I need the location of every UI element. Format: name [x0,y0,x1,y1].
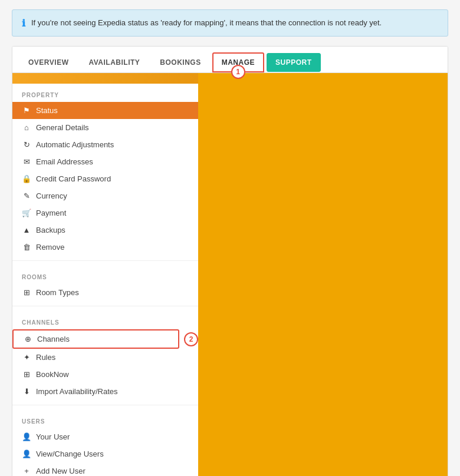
channels-item-wrapper: ⊕ Channels 2 [12,329,198,349]
sidebar-item-credit-card-password[interactable]: 🔒 Credit Card Password [12,170,198,187]
sidebar-item-currency[interactable]: ✎ Currency [12,187,198,204]
sidebar-item-payment[interactable]: 🛒 Payment [12,204,198,222]
rooms-section: ROOMS ⊞ Room Types [12,266,198,301]
sidebar-item-status[interactable]: ⚑ Status [12,102,198,119]
divider-channels [12,306,198,306]
property-section-title: PROPERTY [12,84,198,102]
main-card: OVERVIEW AVAILABILITY BOOKINGS MANAGE 1 … [12,46,448,476]
tab-overview[interactable]: OVERVIEW [19,53,77,72]
sidebar-item-add-new-user[interactable]: + Add New User [12,462,198,476]
trash-icon: 🗑 [22,243,31,252]
user-icon: 👤 [22,432,31,441]
tab-nav: OVERVIEW AVAILABILITY BOOKINGS MANAGE 1 … [12,47,448,73]
divider-users [12,405,198,405]
sidebar-item-room-types[interactable]: ⊞ Room Types [12,284,198,301]
sidebar-item-automatic-adjustments[interactable]: ↻ Automatic Adjustments [12,136,198,153]
sidebar-item-remove[interactable]: 🗑 Remove [12,239,198,256]
import-icon: ⬇ [22,387,31,396]
right-pane [198,73,448,476]
step-2-bubble: 2 [184,332,198,346]
status-icon: ⚑ [22,106,31,115]
tab-availability[interactable]: AVAILABILITY [80,53,149,72]
sidebar-item-backups[interactable]: ▲ Backups [12,222,198,239]
sidebar-item-channels[interactable]: ⊕ Channels [12,329,179,349]
step-1-bubble: 1 [231,65,245,79]
rules-icon: ✦ [22,353,31,362]
sidebar-item-general-details[interactable]: ⌂ General Details [12,119,198,136]
currency-icon: ✎ [22,191,31,200]
email-icon: ✉ [22,157,31,166]
add-user-icon: + [22,467,31,475]
sidebar-header-strip [12,73,198,84]
sidebar-item-booknow[interactable]: ⊞ BookNow [12,366,198,383]
channels-section-title: CHANNELS [12,311,198,329]
payment-icon: 🛒 [22,209,31,217]
users-section-title: USERS [12,410,198,428]
sidebar: PROPERTY ⚑ Status ⌂ General Details ↻ Au… [12,73,198,476]
info-icon: ℹ [22,18,25,29]
backups-icon: ▲ [22,226,31,234]
property-section: PROPERTY ⚑ Status ⌂ General Details ↻ Au… [12,84,198,256]
room-types-icon: ⊞ [22,288,31,297]
divider-rooms [12,260,198,261]
info-banner: ℹ If you're not seeing Expedia status as… [12,9,448,37]
tab-support[interactable]: SUPPORT [267,53,321,72]
channels-section: CHANNELS ⊕ Channels 2 ✦ Rules ⊞ BookNow [12,311,198,400]
tab-bookings[interactable]: BOOKINGS [151,53,209,72]
users-icon: 👤 [22,449,31,458]
rooms-section-title: ROOMS [12,266,198,284]
sidebar-item-import-availability[interactable]: ⬇ Import Availability/Rates [12,383,198,400]
sidebar-item-your-user[interactable]: 👤 Your User [12,428,198,445]
tab-manage[interactable]: MANAGE 1 [212,52,264,72]
info-text: If you're not seeing Expedia status as '… [31,17,382,29]
channels-icon: ⊕ [23,335,32,343]
home-icon: ⌂ [22,123,31,132]
refresh-icon: ↻ [22,140,31,149]
booknow-icon: ⊞ [22,370,31,379]
lock-icon: 🔒 [22,174,31,183]
sidebar-item-email-addresses[interactable]: ✉ Email Addresses [12,153,198,170]
users-section: USERS 👤 Your User 👤 View/Change Users + … [12,410,198,476]
sidebar-item-view-change-users[interactable]: 👤 View/Change Users [12,445,198,462]
sidebar-item-rules[interactable]: ✦ Rules [12,349,198,366]
content-area: PROPERTY ⚑ Status ⌂ General Details ↻ Au… [12,73,448,476]
